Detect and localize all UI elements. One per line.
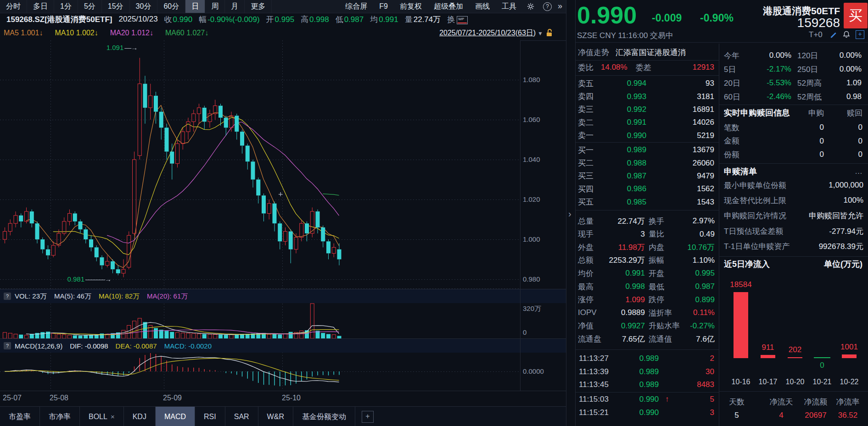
panel-collapse-chevron[interactable]: › [568, 209, 571, 219]
period-tab-30分[interactable]: 30分 [130, 0, 158, 13]
tool-button-画线[interactable]: 画线 [469, 0, 496, 13]
question-icon[interactable]: ? [4, 293, 11, 300]
unlock-icon[interactable] [546, 28, 553, 39]
flow-bar [734, 292, 748, 358]
bid-row-买四[interactable]: 买四0.9861562 [575, 183, 719, 195]
indicator-tab-MACD[interactable]: MACD [156, 407, 195, 426]
add-watchlist-icon[interactable]: + [856, 30, 864, 39]
period-tab-更多[interactable]: 更多 [245, 0, 272, 13]
tool-button-综合屏[interactable]: 综合屏 [339, 0, 373, 13]
subscription-row-份额: 份额00 [719, 148, 868, 161]
more-ellipsis-icon[interactable]: … [757, 167, 868, 176]
question-icon[interactable]: ? [4, 342, 11, 349]
period-tab-日[interactable]: 日 [185, 0, 205, 13]
edit-icon[interactable] [830, 30, 838, 40]
indicator-tab-市净率[interactable]: 市净率 [40, 407, 80, 426]
tick-row[interactable]: 11:15:030.990↑5 [575, 393, 719, 406]
buy-button[interactable]: 买 [844, 3, 868, 28]
period-tab-分时[interactable]: 分时 [0, 0, 27, 13]
indicator-tab-市盈率[interactable]: 市盈率 [0, 407, 40, 426]
ask-row-卖五[interactable]: 卖五0.99493 [575, 77, 719, 90]
flow-header: 近5日净流入单位(万元) [719, 258, 868, 270]
macd-legend-item: MACD(12,26,9) [15, 342, 62, 350]
tool-button-前复权[interactable]: 前复权 [394, 0, 428, 13]
period-low-annotation: 0.981———→ [67, 275, 112, 283]
security-code: 159268 [714, 16, 840, 30]
quote-field: 开0.995 [266, 14, 295, 25]
tick-row[interactable]: 11:13:390.98930 [575, 365, 719, 378]
indicator-tab-W&R[interactable]: W&R [258, 407, 293, 426]
toolbar-overflow-icon[interactable]: » [556, 1, 566, 12]
flow-bar-date: 10-16 [727, 378, 755, 386]
quote-field: 幅-0.90%(-0.009) [199, 14, 259, 25]
quote-field: 2025/10/23 [119, 15, 158, 24]
help-icon[interactable]: ? [539, 2, 556, 11]
ask-row-卖一[interactable]: 卖一0.9905219 [575, 129, 719, 142]
indicator-tab-基金份额变动[interactable]: 基金份额变动 [293, 407, 355, 426]
flow-bar-date: 10-21 [808, 378, 836, 386]
volume-legend-item: VOL: 23万 [15, 292, 47, 301]
flow-bar [761, 355, 775, 358]
indicator-tab-SAR[interactable]: SAR [225, 407, 258, 426]
redemption-row: T日预估现金差额-277.94元 [719, 225, 868, 238]
x-axis-label: 25-09 [163, 394, 182, 402]
tool-button-工具[interactable]: 工具 [496, 0, 522, 13]
price-axis-label: 1.060 [523, 116, 564, 124]
ask-row-卖四[interactable]: 卖四0.9933181 [575, 90, 719, 103]
tick-row[interactable]: 11:13:270.9892 [575, 352, 719, 365]
date-range-selector[interactable]: 2025/07/21-2025/10/23(63日) ▼ [439, 28, 553, 39]
x-axis-label: 25-10 [282, 394, 301, 402]
indicator-tab-BOLL[interactable]: BOLL× [80, 407, 124, 426]
stat-row-净值: 净值0.9927升贴水率-0.27% [575, 320, 719, 332]
indicator-tab-RSI[interactable]: RSI [195, 407, 225, 426]
indicator-tab-KDJ[interactable]: KDJ [124, 407, 156, 426]
period-tab-60分[interactable]: 60分 [157, 0, 185, 13]
tick-row[interactable]: 11:15:210.9903 [575, 406, 719, 419]
tool-button-超级叠加[interactable]: 超级叠加 [428, 0, 469, 13]
redemption-row: T-1日单位申赎资产992678.39元 [719, 240, 868, 253]
price-axis-label: 1.020 [523, 195, 564, 204]
ma-legend-item: MA10 1.002↓ [55, 29, 98, 37]
ma-legend-item: MA20 1.012↓ [110, 29, 153, 37]
macd-axis-label: 0.0000 [523, 367, 564, 376]
period-tab-5分[interactable]: 5分 [78, 0, 102, 13]
flow-bar-value: 18584 [727, 280, 755, 289]
period-tab-多日[interactable]: 多日 [27, 0, 54, 13]
close-icon[interactable]: × [111, 413, 115, 420]
t-plus-label: T+0 [809, 30, 823, 39]
fund-manager-name[interactable]: 汇添富国证港股通消 [616, 47, 686, 58]
bid-row-买三[interactable]: 买三0.9879479 [575, 170, 719, 183]
period-high-annotation: 1.091—→ [106, 44, 138, 51]
period-tab-月[interactable]: 月 [225, 0, 245, 13]
macd-legend-strip: ? MACD(12,26,9)DIF: -0.0098DEA: -0.0087M… [0, 338, 566, 353]
ma-legend-item: MA5 1.001↓ [4, 29, 43, 37]
bid-row-买五[interactable]: 买五0.9851543 [575, 196, 719, 209]
bid-row-买二[interactable]: 买二0.98826060 [575, 156, 719, 169]
quote-field: 量22.74万 [405, 14, 441, 25]
ma-legend: MA5 1.001↓MA10 1.002↓MA20 1.012↓MA60 1.0… [4, 29, 220, 37]
tool-button-F9[interactable]: F9 [373, 0, 394, 13]
add-indicator-button[interactable]: + [362, 411, 374, 423]
x-axis-label: 25-07 [3, 394, 22, 402]
tick-row[interactable]: 11:13:450.9898483 [575, 378, 719, 391]
ask-row-卖二[interactable]: 卖二0.99114026 [575, 116, 719, 129]
gear-icon[interactable] [522, 2, 539, 11]
ma-legend-item: MA60 1.027↓ [165, 29, 208, 37]
quote-field: 均0.991 [370, 14, 398, 25]
alert-bell-icon[interactable] [843, 30, 850, 40]
stat-row-现手: 现手3量比0.49 [575, 228, 719, 241]
wp-monitor-icon[interactable]: WP [457, 16, 468, 24]
macd-legend-item: MACD: -0.0020 [164, 342, 212, 350]
bid-row-买一[interactable]: 买一0.98913679 [575, 144, 719, 156]
period-tab-15分[interactable]: 15分 [102, 0, 130, 13]
stat-row-总量: 总量22.74万换手2.97% [575, 215, 719, 227]
period-tab-1分[interactable]: 1分 [54, 0, 78, 13]
perf-row-20日: 20日-5.53%52周高1.09 [719, 77, 868, 89]
tool-buttons: 综合屏F9前复权超级叠加画线工具 [339, 0, 522, 13]
perf-row-今年: 今年0.00%120日0.00% [719, 49, 868, 62]
price-axis-label: 0.980 [523, 275, 564, 283]
period-tab-周[interactable]: 周 [205, 0, 225, 13]
chevron-down-icon: ▼ [538, 30, 543, 37]
ask-row-卖三[interactable]: 卖三0.99216891 [575, 103, 719, 116]
macd-legend-item: DIF: -0.0098 [70, 342, 108, 350]
